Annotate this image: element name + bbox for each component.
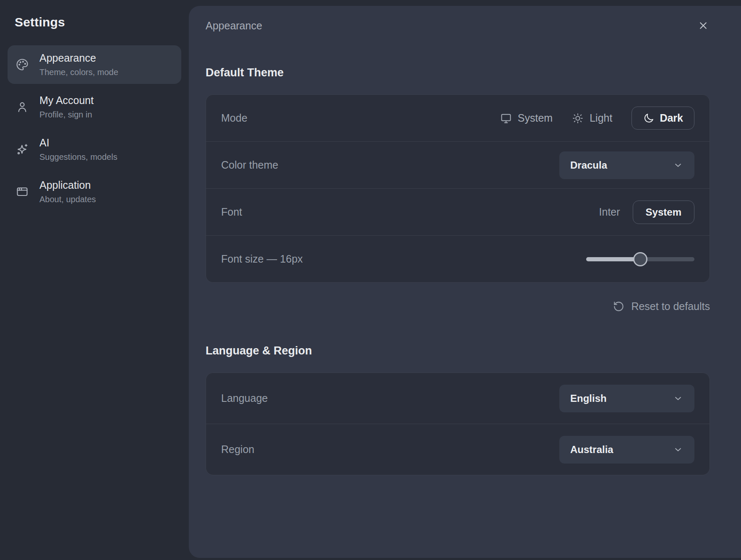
chevron-down-icon — [673, 444, 684, 455]
font-label: Font — [221, 206, 242, 218]
sparkles-icon — [13, 143, 32, 156]
language-row: Language English — [206, 373, 710, 424]
sidebar-item-sublabel: Theme, colors, mode — [39, 68, 118, 77]
sidebar-title: Settings — [15, 15, 181, 29]
sidebar-item-label: Application — [39, 179, 96, 191]
user-icon — [13, 101, 32, 113]
mode-option-light[interactable]: Light — [572, 112, 612, 124]
settings-sidebar: Settings Appearance Theme, colors, mode — [0, 0, 189, 560]
moon-icon — [643, 112, 655, 124]
language-dropdown[interactable]: English — [559, 385, 694, 412]
mode-option-dark[interactable]: Dark — [631, 107, 694, 130]
region-row: Region Australia — [206, 424, 710, 475]
language-label: Language — [221, 392, 268, 404]
color-theme-value: Dracula — [570, 159, 607, 171]
monitor-icon — [500, 112, 512, 124]
sidebar-item-my-account[interactable]: My Account Profile, sign in — [8, 88, 181, 126]
language-value: English — [570, 393, 607, 404]
slider-thumb[interactable] — [633, 252, 647, 266]
region-value: Australia — [570, 444, 613, 456]
sidebar-item-sublabel: Suggestions, models — [39, 152, 117, 162]
sidebar-item-label: My Account — [39, 94, 94, 107]
region-dropdown[interactable]: Australia — [559, 436, 694, 464]
reset-to-defaults-button[interactable]: Reset to defaults — [613, 300, 710, 313]
sidebar-item-application[interactable]: Application About, updates — [8, 172, 181, 211]
sidebar-item-appearance[interactable]: Appearance Theme, colors, mode — [8, 45, 181, 84]
mode-label: Mode — [221, 112, 248, 124]
font-size-label: Font size — 16px — [221, 253, 303, 265]
close-icon[interactable] — [697, 19, 710, 32]
mode-options: System Light Dark — [500, 107, 694, 130]
sidebar-item-label: AI — [39, 137, 117, 149]
language-region-card: Language English Region Australia — [206, 372, 710, 475]
color-theme-dropdown[interactable]: Dracula — [559, 151, 694, 179]
palette-icon — [13, 58, 32, 71]
chevron-down-icon — [673, 160, 684, 171]
color-theme-row: Color theme Dracula — [206, 141, 710, 188]
sidebar-item-ai[interactable]: AI Suggestions, models — [8, 130, 181, 169]
sun-icon — [572, 112, 584, 124]
font-current-value: Inter — [599, 206, 620, 218]
color-theme-label: Color theme — [221, 159, 278, 171]
panel-header: Appearance — [206, 6, 710, 45]
sidebar-item-label: Appearance — [39, 52, 118, 64]
font-row: Font Inter System — [206, 188, 710, 235]
font-size-slider[interactable] — [586, 251, 694, 267]
slider-fill — [586, 257, 640, 261]
sidebar-item-sublabel: Profile, sign in — [39, 110, 94, 120]
settings-window: Settings Appearance Theme, colors, mode — [0, 0, 741, 560]
font-system-button[interactable]: System — [633, 201, 694, 224]
settings-panel: Appearance Default Theme Mode System — [189, 6, 741, 558]
app-window-icon — [13, 185, 32, 198]
default-theme-card: Mode System Light — [206, 94, 710, 283]
sidebar-item-sublabel: About, updates — [39, 195, 96, 204]
region-label: Region — [221, 443, 254, 456]
chevron-down-icon — [673, 393, 684, 404]
font-size-row: Font size — 16px — [206, 235, 710, 282]
mode-row: Mode System Light — [206, 95, 710, 141]
panel-title: Appearance — [206, 20, 262, 32]
mode-option-system[interactable]: System — [500, 112, 553, 124]
section-heading-language-region: Language & Region — [206, 344, 710, 357]
section-heading-default-theme: Default Theme — [206, 66, 710, 79]
reset-icon — [613, 301, 624, 312]
